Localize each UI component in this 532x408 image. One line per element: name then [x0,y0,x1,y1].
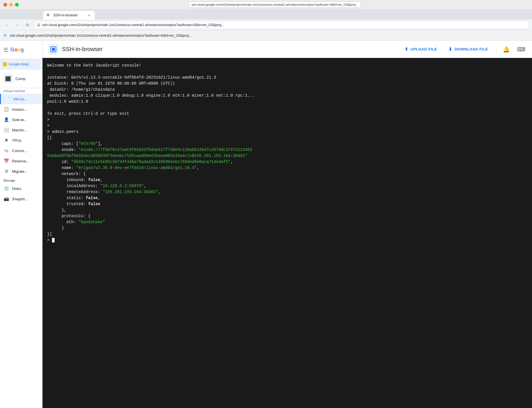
terminal-prompt: > [47,123,527,129]
machine-images-icon: ⬜ [3,127,9,133]
sidebar-item-disks-label: Disks [12,186,21,191]
refresh-button[interactable]: ↻ [24,21,32,29]
sidebar-item-reservations-label: Reserva... [12,159,29,163]
terminal-line: 54a6ad9fbbf9d164ecd658630f3deebc7535caad… [47,153,527,159]
terminal-line: To exit, press ctrl-d or type exit [47,111,527,117]
sidebar-item-snapshots-label: Snapsh... [12,197,28,201]
sidebar-item-instance-groups[interactable]: 📋 Instanc... [0,104,42,114]
upload-label: UPLOAD FILE [410,47,437,51]
sidebar: ☰ Goog Google Keep ⬛ Comp Virtual machin… [0,41,43,408]
upload-file-button[interactable]: ⬆ UPLOAD FILE [401,45,441,54]
addr2-favicon: ⚙ [2,33,8,38]
window-titlebar: ssh.cloud.google.com/v2/ssh/projects/mai… [0,0,532,9]
back-button[interactable]: ← [3,21,11,29]
tpus-icon: ✖ [3,137,9,143]
sidebar-item-reservations[interactable]: 📅 Reserva... [0,156,42,166]
window-url-text: ssh.cloud.google.com/v2/ssh/projects/mai… [191,3,358,6]
close-button[interactable] [3,3,7,7]
ssh-toolbar-actions: ⬆ UPLOAD FILE ⬇ DOWNLOAD FILE 🔔 ⌨ [401,44,526,55]
sidebar-item-sole-tenancy[interactable]: 👤 Sole-te... [0,114,42,125]
sidebar-item-tpus-label: TPUs [12,138,22,143]
address-bar[interactable]: 🔒 ssh.cloud.google.com/v2/ssh/projects/m… [34,21,529,29]
terminal-line: }] [47,231,527,237]
sidebar-item-tpus[interactable]: ✖ TPUs [0,135,42,145]
terminal-line: trusted: false [47,201,527,207]
terminal-prompt-cursor: > [47,237,527,243]
terminal-line: } [47,225,527,231]
terminal-line: name: "erigon/v2.36.0-dev-ee7fd418/linux… [47,165,527,171]
minimize-button[interactable] [9,3,13,7]
ssh-app-icon [48,44,59,55]
download-file-button[interactable]: ⬇ DOWNLOAD FILE [445,45,491,54]
address-favicon-icon: 🔒 [36,23,41,27]
google-keep-tab[interactable]: Google Keep [0,59,42,69]
sidebar-item-machine-images[interactable]: ⬜ Machin... [0,125,42,135]
keyboard-button[interactable]: ⌨ [516,44,526,55]
sidebar-item-disks[interactable]: 💿 Disks [0,183,42,194]
terminal-line: network: { [47,171,527,177]
sidebar-item-machine-label: Machin... [12,128,27,132]
sidebar-item-vm-label: VM ins... [13,97,28,101]
terminal-line: static: false, [47,195,527,201]
terminal-line: enode: "enode://7f6d70c47adc9f03d43f0d4e… [47,147,527,153]
ssh-logo-area: SSH-in-browser [48,44,103,55]
addr2-url-text: ssh.cloud.google.com/v2/ssh/projects/mai… [10,34,530,38]
window-url-pill: ssh.cloud.google.com/v2/ssh/projects/mai… [189,1,361,8]
maximize-button[interactable] [15,3,19,7]
download-label: DOWNLOAD FILE [455,47,488,51]
terminal-line: localAddress: "10.128.0.2:56978", [47,183,527,189]
terminal[interactable]: Welcome to the Geth JavaScript console! … [43,58,532,408]
compute-icon-area: ⬛ Comp [0,72,42,86]
vm-section-label: Virtual machine [0,88,42,94]
terminal-line: remoteAddress: "195.201.193.164:30401", [47,189,527,195]
vm-instances-icon: 📄 [4,96,10,102]
terminal-cursor [52,238,55,242]
browser-tab-ssh[interactable]: ⚙ SSH-in-browser ✕ [43,11,95,20]
terminal-line: Welcome to the Geth JavaScript console! [47,63,527,69]
sidebar-item-committed-use[interactable]: % Commi... [0,145,42,156]
tab-close-button[interactable]: ✕ [87,13,91,18]
toolbar-divider [496,45,496,54]
tab-title: SSH-in-browser [53,13,84,17]
hamburger-icon[interactable]: ☰ [3,47,8,53]
committed-use-icon: % [3,148,9,154]
ssh-browser-panel: SSH-in-browser ⬆ UPLOAD FILE ⬇ DOWNLOAD … [43,41,532,408]
window-controls [3,3,19,7]
migrate-icon: ⚙ [3,168,9,174]
window-url-area: ssh.cloud.google.com/v2/ssh/projects/mai… [21,1,529,8]
instance-groups-icon: 📋 [3,106,9,112]
forward-button[interactable]: → [13,21,21,29]
google-logo: Goog [10,47,24,53]
terminal-line: instance: Geth/v1.13.3-unstable-9df0b4fd… [47,75,527,81]
ssh-app-title: SSH-in-browser [62,46,103,53]
terminal-line: [{ [47,135,527,141]
notification-button[interactable]: 🔔 [501,44,511,55]
terminal-line: inbound: false, [47,177,527,183]
sidebar-item-migrate[interactable]: ⚙ Migrate... [0,166,42,176]
terminal-line [47,69,527,75]
keep-favicon [3,62,7,66]
terminal-command: > admin.peers [47,129,527,135]
compute-engine-label: Comp [16,77,26,81]
terminal-prompt: > [47,117,527,123]
terminal-line: eth: "handshake" [47,219,527,225]
google-keep-label: Google Keep [9,62,29,66]
tab-favicon: ⚙ [47,13,51,18]
snapshots-icon: 📸 [3,196,9,202]
storage-section-label: Storage [0,176,42,183]
terminal-line: at block: 0 (Thu Jan 01 1970 00:00:00 GM… [47,81,527,87]
svg-rect-1 [52,48,55,51]
terminal-line: datadir: /home/g1/chaindata [47,87,527,93]
sole-tenancy-icon: 👤 [3,117,9,123]
address-url-text: ssh.cloud.google.com/v2/ssh/projects/mai… [42,23,224,27]
terminal-line: protocols: { [47,213,527,219]
download-icon: ⬇ [448,46,452,52]
disks-icon: 💿 [3,186,9,191]
sidebar-header: ☰ Goog [0,41,42,59]
sidebar-item-sole-label: Sole-te... [12,118,27,122]
sidebar-item-snapshots[interactable]: 📸 Snapsh... [0,194,42,204]
sidebar-item-vm-instances[interactable]: 📄 VM ins... [0,94,42,104]
terminal-line [47,105,527,111]
reservations-icon: 📅 [3,158,9,164]
upload-icon: ⬆ [404,46,408,52]
